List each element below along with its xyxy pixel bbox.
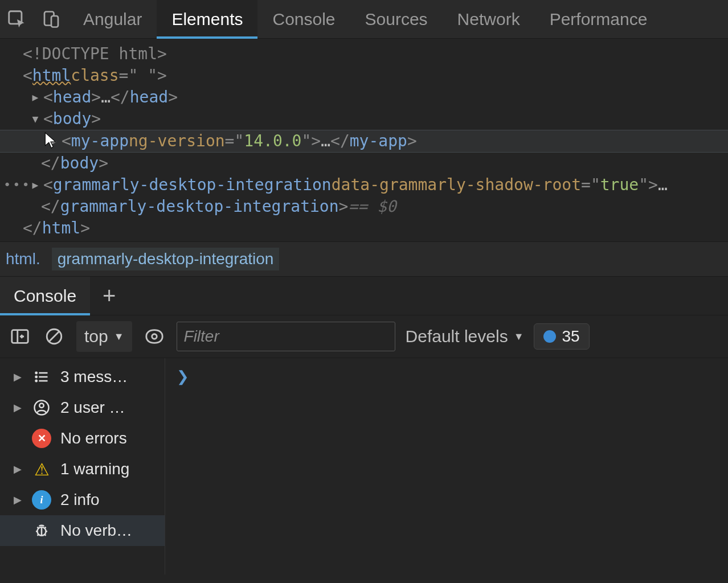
sidebar-toggle-icon[interactable] (8, 325, 32, 348)
tab-console[interactable]: Console (257, 0, 350, 39)
dom-row-body-open[interactable]: ▼<body> (23, 108, 728, 130)
svg-line-20 (38, 527, 39, 529)
collapse-arrow-icon[interactable]: ▶ (14, 494, 23, 506)
collapse-arrow-icon[interactable]: ▶ (48, 130, 59, 152)
sidebar-item-label: 3 mess… (60, 368, 128, 386)
bug-icon (32, 521, 51, 540)
console-filter-input[interactable] (177, 322, 395, 351)
user-icon (32, 398, 51, 417)
log-levels-select[interactable]: Default levels ▼ (406, 327, 524, 346)
sidebar-item-errors[interactable]: ▶ ✕ No errors (0, 423, 165, 454)
breadcrumb-item-selected[interactable]: grammarly-desktop-integration (52, 248, 280, 270)
svg-line-6 (50, 332, 59, 342)
console-toolbar: top ▼ Default levels ▼ 35 (0, 315, 728, 358)
selection-dots-icon[interactable]: ••• (3, 174, 31, 196)
chevron-down-icon: ▼ (514, 331, 524, 343)
elements-dom-tree[interactable]: <!DOCTYPE html> <html class=" "> ▶<head>… (0, 39, 728, 241)
tab-performance[interactable]: Performance (535, 0, 662, 39)
sidebar-item-label: 2 info (60, 491, 100, 509)
dom-row-my-app[interactable]: ▶<my-app ng-version="14.0.0">…</my-app> (23, 130, 728, 152)
sidebar-item-label: 1 warning (60, 460, 129, 478)
issue-dot-icon (543, 330, 556, 343)
sidebar-item-label: No errors (60, 429, 127, 447)
svg-point-15 (39, 404, 44, 408)
sidebar-item-info[interactable]: ▶ i 2 info (0, 485, 165, 515)
sidebar-item-verbose[interactable]: ▶ No verb… (0, 515, 165, 546)
device-toolbar-icon[interactable] (34, 0, 68, 39)
sidebar-item-label: 2 user … (60, 399, 125, 417)
main-tabs: Angular Elements Console Sources Network… (68, 0, 662, 39)
dom-row-html-close[interactable]: </html> (23, 217, 728, 239)
devtools-topbar: Angular Elements Console Sources Network… (0, 0, 728, 39)
execution-context-select[interactable]: top ▼ (76, 321, 132, 352)
dom-row-body-close[interactable]: </body> (23, 153, 728, 174)
issues-badge[interactable]: 35 (534, 323, 589, 350)
drawer-tabs: Console + (0, 277, 728, 315)
live-expression-icon[interactable] (142, 325, 166, 348)
breadcrumb-item[interactable]: html. (6, 250, 40, 268)
sidebar-item-warnings[interactable]: ▶ ⚠ 1 warning (0, 454, 165, 485)
expand-arrow-icon[interactable]: ▼ (30, 108, 41, 130)
svg-point-11 (36, 372, 37, 373)
svg-line-22 (38, 534, 39, 536)
info-icon: i (32, 490, 51, 510)
tab-angular[interactable]: Angular (68, 0, 157, 39)
svg-point-7 (152, 334, 157, 339)
svg-point-12 (36, 376, 37, 377)
console-body: ▶ 3 mess… ▶ 2 user … ▶ ✕ No errors ▶ ⚠ 1… (0, 358, 728, 574)
inspect-element-icon[interactable] (0, 0, 34, 39)
elements-breadcrumb: html. grammarly-desktop-integration (0, 241, 728, 277)
chevron-down-icon: ▼ (114, 331, 124, 343)
sidebar-item-messages[interactable]: ▶ 3 mess… (0, 362, 165, 392)
clear-console-icon[interactable] (42, 325, 66, 348)
console-prompt-icon: ❯ (177, 368, 189, 385)
console-output[interactable]: ❯ (165, 358, 728, 574)
collapse-arrow-icon[interactable]: ▶ (14, 463, 23, 475)
console-sidebar: ▶ 3 mess… ▶ 2 user … ▶ ✕ No errors ▶ ⚠ 1… (0, 358, 165, 574)
svg-rect-2 (51, 16, 58, 27)
warning-icon: ⚠ (32, 459, 51, 479)
dom-row-doctype[interactable]: <!DOCTYPE html> (23, 43, 728, 65)
add-tab-button[interactable]: + (103, 283, 116, 309)
drawer-tab-console[interactable]: Console (0, 277, 90, 315)
sidebar-item-label: No verb… (60, 522, 132, 540)
collapse-arrow-icon[interactable]: ▶ (30, 174, 41, 196)
dom-row-grammarly[interactable]: ▶<grammarly-desktop-integration data-gra… (23, 174, 728, 196)
svg-line-23 (44, 534, 46, 536)
error-icon: ✕ (32, 429, 51, 448)
collapse-arrow-icon[interactable]: ▶ (14, 371, 23, 383)
sidebar-item-user[interactable]: ▶ 2 user … (0, 392, 165, 423)
collapse-arrow-icon[interactable]: ▶ (14, 401, 23, 414)
dom-row-head[interactable]: ▶<head>…</head> (23, 87, 728, 108)
collapse-arrow-icon[interactable]: ▶ (30, 87, 41, 108)
tab-elements[interactable]: Elements (157, 0, 257, 39)
svg-point-13 (36, 380, 37, 381)
tab-sources[interactable]: Sources (350, 0, 443, 39)
svg-line-21 (44, 527, 46, 529)
dom-row-html-open[interactable]: <html class=" "> (23, 65, 728, 87)
list-icon (32, 367, 51, 387)
dom-row-grammarly-close[interactable]: </grammarly-desktop-integration> == $0 (23, 196, 728, 217)
tab-network[interactable]: Network (443, 0, 535, 39)
